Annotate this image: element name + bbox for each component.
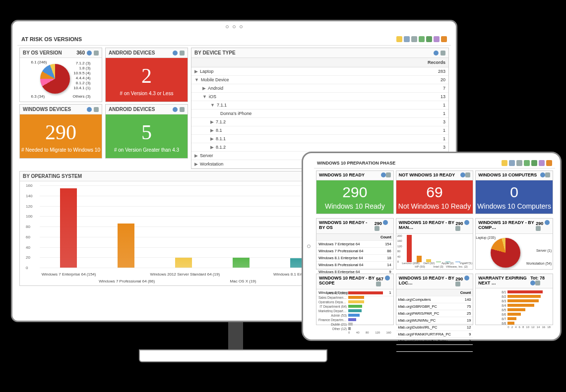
panel-windows-devices: WINDOWS DEVICES 290 # Needed to Migrate … xyxy=(19,104,102,159)
panel-android-43-less: ANDROID DEVICES 2 # on Version 4.3 or Le… xyxy=(105,48,188,102)
link-icon[interactable] xyxy=(94,107,99,112)
info-icon[interactable] xyxy=(385,276,390,280)
info-icon[interactable] xyxy=(87,51,92,56)
panel-title: ANDROID DEVICES xyxy=(109,50,155,56)
panel-by-device-type: BY DEVICE TYPE Records ▶Laptop283▼Mobile… xyxy=(191,48,449,169)
link-icon[interactable] xyxy=(180,107,185,112)
info-icon[interactable] xyxy=(173,107,178,112)
link-icon[interactable] xyxy=(376,281,381,286)
tablet-screen: WINDOWS 10 PREPARATION PHASE WINDOWS 10 … xyxy=(314,158,555,335)
table-row[interactable]: ▶Laptop283 xyxy=(191,67,448,76)
monitor-stand-base xyxy=(139,349,327,362)
tile-android-gt-43[interactable]: 5 # on Version Greater than 4.3 xyxy=(106,114,188,158)
link-icon[interactable] xyxy=(180,51,185,56)
info-icon[interactable] xyxy=(87,107,92,112)
tablet-home-button[interactable] xyxy=(307,245,311,248)
filter-icon[interactable] xyxy=(509,160,515,166)
table-row[interactable]: ▶8.1.23 xyxy=(191,143,448,152)
tile-win10-computers[interactable]: 0 Windows 10 Computers xyxy=(476,180,553,214)
star-icon[interactable] xyxy=(502,160,507,166)
tile-not-win10-ready[interactable]: 69 Not Windows 10 Ready xyxy=(396,180,473,214)
ready-by-loc-list[interactable]: Countkfab.org\Computers140kfab.org\GBR/G… xyxy=(396,289,473,352)
panel-warranty: WARRANTY EXPIRING NEXT …Tot: 78 8/18/28/… xyxy=(475,274,553,325)
info-icon[interactable] xyxy=(173,51,178,56)
panel-ready-by-man: WINDOWS 10 READY - BY MAN…290 0408012016… xyxy=(396,218,474,270)
table-row[interactable]: ▶Android7 xyxy=(191,84,448,93)
link-icon[interactable] xyxy=(545,172,550,177)
panel-title: BY DEVICE TYPE xyxy=(194,50,236,56)
edit-icon[interactable] xyxy=(546,160,552,166)
ready-by-scope-chart[interactable]: LAN/AD (161)Sales Department (74)Operati… xyxy=(316,289,393,336)
tile-android-43-less[interactable]: 2 # on Version 4.3 or Less xyxy=(106,58,188,102)
table-row[interactable]: ▶8.1.11 xyxy=(191,135,448,143)
info-icon[interactable] xyxy=(381,172,386,177)
info-icon[interactable] xyxy=(464,276,469,280)
refresh-icon[interactable] xyxy=(419,36,425,42)
link-icon[interactable] xyxy=(455,226,460,231)
info-icon[interactable] xyxy=(540,172,545,177)
link-icon[interactable] xyxy=(535,280,540,285)
info-icon[interactable] xyxy=(383,220,388,225)
star-icon[interactable] xyxy=(396,36,402,42)
panel-title: WINDOWS DEVICES xyxy=(23,107,71,112)
table-row[interactable]: ▶8.11 xyxy=(191,126,448,135)
dashboard-title: AT RISK OS VERSIONS xyxy=(21,36,82,42)
warranty-chart[interactable]: 8/18/28/38/48/58/68/78/8024681012141618 xyxy=(476,288,553,330)
panel-ready-by-os: WINDOWS 10 READY - BY OS290 CountWindows… xyxy=(316,218,394,270)
link-icon[interactable] xyxy=(539,160,545,166)
os-version-pie[interactable]: 6.1 (246) 7.1.2 (3) 1.8 (3) 10.9.5 (4) 4… xyxy=(31,60,91,99)
info-icon[interactable] xyxy=(464,220,469,225)
panel-title: BY OS VERSION xyxy=(23,50,62,56)
link-icon[interactable] xyxy=(94,51,99,56)
info-icon[interactable] xyxy=(434,51,439,56)
globe-icon[interactable] xyxy=(426,36,432,42)
link-icon[interactable] xyxy=(386,172,391,177)
dashboard-header: AT RISK OS VERSIONS xyxy=(17,33,451,46)
monitor-camera-dots xyxy=(226,25,243,28)
refresh-icon[interactable] xyxy=(524,160,530,166)
link-icon[interactable] xyxy=(455,281,460,286)
link-icon[interactable] xyxy=(434,36,440,42)
info-icon[interactable] xyxy=(545,220,550,225)
globe-icon[interactable] xyxy=(531,160,537,166)
gear-icon[interactable] xyxy=(411,36,417,42)
info-icon[interactable] xyxy=(530,280,535,285)
panel-android-gt-43: ANDROID DEVICES 5 # on Version Greater t… xyxy=(105,104,188,159)
tablet-title: WINDOWS 10 PREPARATION PHASE xyxy=(317,161,395,166)
table-row[interactable]: ▶7.1.23 xyxy=(191,118,448,126)
link-icon[interactable] xyxy=(536,226,541,231)
edit-icon[interactable] xyxy=(441,36,447,42)
tablet-frame: WINDOWS 10 PREPARATION PHASE WINDOWS 10 … xyxy=(302,152,562,341)
link-icon[interactable] xyxy=(465,172,470,177)
panel-title: BY OPERATING SYSTEM xyxy=(23,173,82,179)
tile-win10-ready[interactable]: 290 Windows 10 Ready xyxy=(316,180,393,214)
monitor-stand-neck xyxy=(228,322,243,352)
panel-title: ANDROID DEVICES xyxy=(109,107,155,112)
gear-icon[interactable] xyxy=(516,160,522,166)
info-icon[interactable] xyxy=(460,172,465,177)
table-row[interactable]: Donna's iPhone1 xyxy=(191,110,448,118)
panel-ready-by-loc: WINDOWS 10 READY - BY LOC…290 Countkfab.… xyxy=(396,274,474,325)
panel-by-os-version: BY OS VERSION 360 6.1 (246) 7.1.2 (3) 1.… xyxy=(19,48,102,102)
panel-not-win10-ready: NOT WINDOWS 10 READY 69 Not Windows 10 R… xyxy=(396,170,474,214)
ready-by-comp-pie[interactable]: Laptop (235) Server (1) Workstation (54) xyxy=(476,234,553,269)
link-icon[interactable] xyxy=(375,226,379,231)
table-row[interactable]: ▼iOS13 xyxy=(191,93,448,101)
table-row[interactable]: ▼Mobile Device20 xyxy=(191,76,448,84)
dashboard-toolbar xyxy=(396,36,447,42)
table-row[interactable]: ▼7.1.11 xyxy=(191,101,448,110)
tile-windows-devices[interactable]: 290 # Needed to Migrate to Windows 10 xyxy=(20,114,102,158)
filter-icon[interactable] xyxy=(404,36,410,42)
panel-win10-computers: WINDOWS 10 COMPUTERS 0 Windows 10 Comput… xyxy=(475,170,553,214)
panel-win10-ready: WINDOWS 10 READY 290 Windows 10 Ready xyxy=(316,170,394,214)
records-header: Records xyxy=(378,58,448,67)
tablet-dashboard-header: WINDOWS 10 PREPARATION PHASE xyxy=(314,158,555,168)
ready-by-man-chart[interactable]: 04080120160200 Lenovo (208)HP (50)Dell (… xyxy=(396,234,473,269)
panel-ready-by-scope: WINDOWS 10 READY - BY SCOPE567 LAN/AD (1… xyxy=(316,274,394,325)
link-icon[interactable] xyxy=(440,51,445,56)
panel-ready-by-comp: WINDOWS 10 READY - BY COMP…290 Laptop (2… xyxy=(475,218,553,270)
